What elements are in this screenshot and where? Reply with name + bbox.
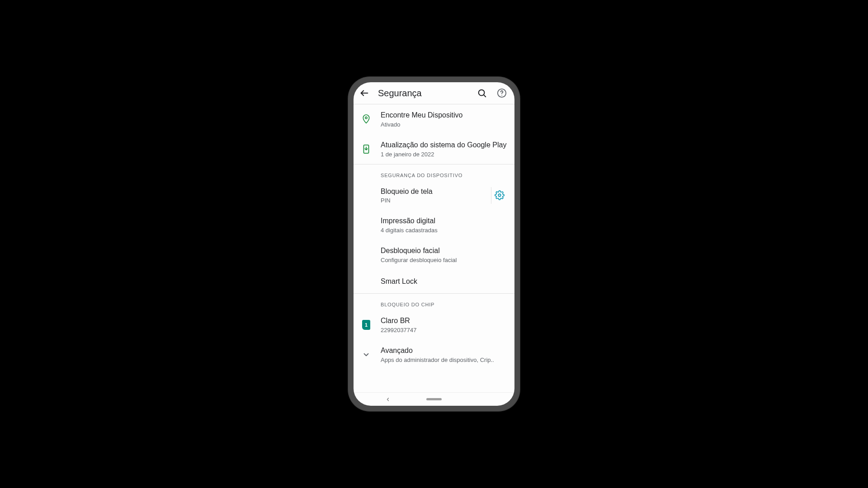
row-title: Atualização do sistema do Google Play	[381, 141, 507, 150]
system-update-icon	[361, 144, 372, 155]
location-pin-icon	[361, 114, 372, 125]
row-title: Bloqueio de tela	[381, 187, 478, 197]
help-icon[interactable]	[495, 87, 508, 99]
row-smart-lock[interactable]: Smart Lock	[354, 270, 514, 293]
row-subtitle: Ativado	[381, 121, 507, 128]
row-subtitle: 22992037747	[381, 327, 507, 333]
search-icon[interactable]	[476, 87, 488, 99]
gear-icon	[495, 190, 505, 200]
row-subtitle: PIN	[381, 197, 478, 204]
row-sim-1[interactable]: 1 Claro BR 22992037747	[354, 310, 514, 340]
svg-point-5	[365, 117, 367, 118]
back-arrow-icon[interactable]	[358, 87, 371, 99]
svg-point-7	[498, 194, 501, 197]
row-title: Impressão digital	[381, 216, 507, 226]
appbar: Segurança	[354, 82, 514, 104]
row-face-unlock[interactable]: Desbloqueio facial Configurar desbloquei…	[354, 240, 514, 270]
row-title: Avançado	[381, 346, 507, 356]
section-header-device-security: Segurança do dispositivo	[354, 164, 514, 181]
phone-screen: Segurança Encontre Meu Dispositivo Ativa…	[354, 82, 514, 406]
home-pill[interactable]	[426, 398, 442, 400]
row-play-system-update[interactable]: Atualização do sistema do Google Play 1 …	[354, 134, 514, 164]
row-screen-lock[interactable]: Bloqueio de tela PIN	[354, 181, 514, 211]
system-navbar	[354, 392, 514, 406]
row-title: Desbloqueio facial	[381, 246, 507, 256]
row-subtitle: 4 digitais cadastradas	[381, 227, 507, 234]
row-subtitle: Apps do administrador de dispositivo, Cr…	[381, 357, 507, 363]
row-advanced[interactable]: Avançado Apps do administrador de dispos…	[354, 340, 514, 370]
screen-lock-settings-button[interactable]	[491, 187, 507, 204]
row-title: Encontre Meu Dispositivo	[381, 111, 507, 120]
chevron-down-icon	[361, 349, 372, 360]
row-fingerprint[interactable]: Impressão digital 4 digitais cadastradas	[354, 210, 514, 240]
phone-frame: Segurança Encontre Meu Dispositivo Ativa…	[348, 77, 520, 411]
section-header-sim-lock: Bloqueio do chip	[354, 294, 514, 310]
sim-icon: 1	[361, 319, 372, 330]
svg-line-2	[484, 95, 486, 97]
svg-point-4	[501, 95, 502, 96]
row-title: Claro BR	[381, 316, 507, 326]
row-title: Smart Lock	[381, 277, 507, 286]
settings-list[interactable]: Encontre Meu Dispositivo Ativado Atualiz…	[354, 104, 514, 392]
nav-back-icon[interactable]	[385, 397, 391, 402]
row-subtitle: Configurar desbloqueio facial	[381, 257, 507, 263]
row-find-my-device[interactable]: Encontre Meu Dispositivo Ativado	[354, 104, 514, 134]
sim-badge-number: 1	[362, 320, 370, 330]
row-subtitle: 1 de janeiro de 2022	[381, 151, 507, 158]
page-title: Segurança	[378, 88, 468, 99]
